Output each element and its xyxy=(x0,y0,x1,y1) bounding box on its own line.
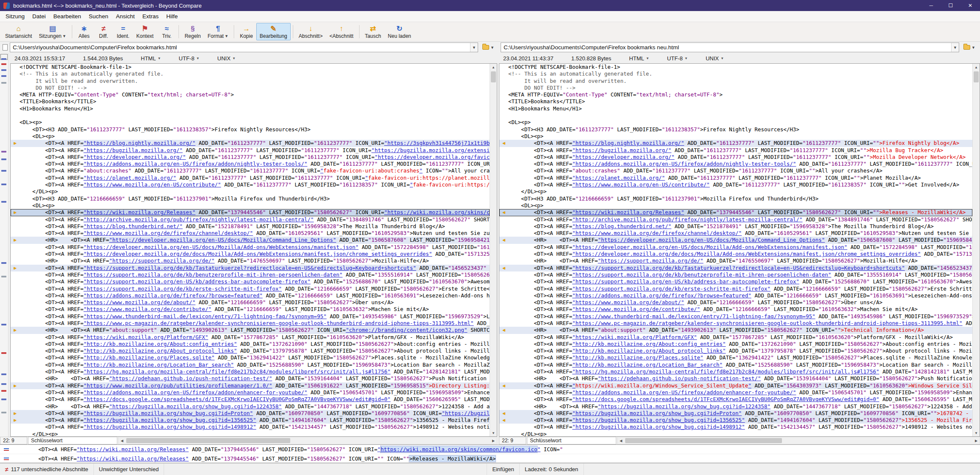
copy-section-left-icon[interactable]: ◀ xyxy=(499,327,508,334)
code-line[interactable]: <DL><p> xyxy=(499,119,972,126)
overview-diff-mark[interactable] xyxy=(1,276,6,277)
reload-button[interactable]: ↻Neu laden xyxy=(385,23,415,40)
code-line[interactable]: <DT><A HREF="https://support.mozilla.org… xyxy=(11,278,490,285)
code-line[interactable]: <DL><p> xyxy=(499,133,972,140)
scrollbar-thumb[interactable] xyxy=(625,438,782,443)
code-line[interactable]: <DT><A HREF="http://kb.mozillazine.org/A… xyxy=(11,341,490,348)
menu-datei[interactable]: Datei xyxy=(28,11,50,21)
copy-section-right-icon[interactable]: ▶ xyxy=(11,382,20,389)
code-line[interactable]: </DL><p> xyxy=(11,431,490,436)
code-line[interactable]: <DT><A HREF="https://www.mozilla.org/de/… xyxy=(499,306,972,313)
overview-diff-mark[interactable] xyxy=(1,412,6,413)
code-line[interactable]: <DT><A HREF="about:crashes" ADD_DATE="16… xyxy=(499,167,972,174)
code-line[interactable]: <DT><A HREF="https://developer.mozilla.o… xyxy=(499,154,972,161)
format-dropdown[interactable]: HTML▼ xyxy=(629,55,649,62)
menu-extras[interactable]: Extras xyxy=(139,11,162,21)
menu-sitzung[interactable]: Sitzung xyxy=(2,11,28,21)
copy-section-left-icon[interactable]: ◀ xyxy=(499,410,508,417)
code-line[interactable]: </DL><p> xyxy=(499,188,972,195)
code-line[interactable]: <!-- This is an automatically generated … xyxy=(11,71,490,77)
overview-diff-mark[interactable] xyxy=(1,158,6,160)
overview-diff-mark[interactable] xyxy=(1,58,6,60)
code-line[interactable]: <DT><A HREF="http://kb.mozillazine.org/P… xyxy=(499,354,972,361)
chevron-down-icon[interactable]: ▼ xyxy=(951,43,959,52)
right-vertical-scrollbar[interactable]: ▲ ▼ xyxy=(972,64,980,436)
code-line[interactable]: ◀ <HR> <DT><A HREF="about:support" ADD_D… xyxy=(499,327,972,334)
code-line[interactable]: <HR> <DT><A HREF="https://support.mozill… xyxy=(11,257,490,264)
code-line[interactable]: <DT><A HREF="https://bugzilla.mozilla.or… xyxy=(11,424,490,430)
code-line[interactable]: <DT><A HREF="https://www.mozilla.org/de/… xyxy=(11,299,490,306)
code-line[interactable]: <DT><H3 ADD_DATE="1611237777" LAST_MODIF… xyxy=(11,126,490,133)
code-line[interactable]: <DT><A HREF="https://developer.mozilla.o… xyxy=(499,244,972,251)
overview-diff-mark[interactable] xyxy=(1,262,6,264)
line-endings-dropdown[interactable]: UNIX▼ xyxy=(705,55,724,62)
rules-button[interactable]: §Regeln xyxy=(181,23,204,40)
code-line[interactable]: <!DOCTYPE NETSCAPE-Bookmark-file-1> xyxy=(11,64,490,71)
scrollbar-track[interactable] xyxy=(125,437,490,444)
code-line[interactable]: <DT><A HREF="https://www.thunderbird-mai… xyxy=(11,313,490,320)
overview-diff-mark[interactable] xyxy=(1,75,6,77)
prev-section-button[interactable]: ↑<Abschnitt xyxy=(326,23,357,40)
scroll-left-icon[interactable]: ◀ xyxy=(617,437,624,444)
copy-section-right-icon[interactable]: ▶ xyxy=(11,237,20,243)
code-line[interactable]: <DT><A HREF="http://kb.mozillazine.org/A… xyxy=(499,348,972,354)
copy-section-left-icon[interactable]: ◀ xyxy=(499,382,508,389)
overview-diff-mark[interactable] xyxy=(1,399,6,400)
maximize-button[interactable]: ☐ xyxy=(941,0,960,11)
format-dropdown[interactable]: HTML▼ xyxy=(141,55,161,62)
code-line[interactable]: <DT><A HREF="https://docs.google.com/spr… xyxy=(11,396,490,403)
code-line[interactable]: DO NOT EDIT! --> xyxy=(11,85,490,91)
code-line[interactable]: <DT><A HREF="https://support.mozilla.org… xyxy=(499,271,972,278)
code-line[interactable]: <DT><A HREF="https://blog.thunderbird.ne… xyxy=(499,223,972,230)
overview-diff-mark[interactable] xyxy=(1,373,6,375)
overview-diff-mark[interactable] xyxy=(1,69,6,71)
code-line[interactable] xyxy=(499,112,972,119)
code-line[interactable]: ▶ <HR> <DT><A HREF="https://developer.mo… xyxy=(11,237,490,243)
code-line[interactable]: <DT><A HREF="https://www.mozilla.org/en-… xyxy=(11,181,490,188)
scroll-right-icon[interactable]: ▶ xyxy=(973,437,980,444)
code-line[interactable] xyxy=(11,112,490,119)
code-line[interactable]: ◀ <DT><A HREF="https://support.mozilla.o… xyxy=(499,265,972,271)
copy-button[interactable]: →Kopie xyxy=(236,23,256,40)
chevron-down-icon[interactable]: ▼ xyxy=(470,43,478,52)
code-line[interactable]: ▶ <DT><A HREF="https://bugzilla.mozilla.… xyxy=(11,417,490,424)
overview-diff-mark[interactable] xyxy=(1,82,6,84)
code-line[interactable]: ◀ <DT><A HREF="https://blog.nightly.mozi… xyxy=(499,140,972,147)
code-line[interactable]: <HR> <DT><A HREF="https://pdehaan.github… xyxy=(499,375,972,382)
code-line[interactable]: <DT><H3 ADD_DATE="1611237777" LAST_MODIF… xyxy=(499,126,972,133)
code-line[interactable]: <DT><A HREF="http://kb.mozillazine.org/L… xyxy=(499,362,972,368)
code-line[interactable]: <DT><A HREF="http://archive.mozilla.org/… xyxy=(499,216,972,223)
code-line[interactable]: <DT><A HREF="about:crashes" ADD_DATE="16… xyxy=(11,167,490,174)
copy-section-right-icon[interactable]: ▶ xyxy=(11,265,20,271)
scrollbar-track[interactable] xyxy=(624,437,973,444)
sessions-button[interactable]: ▤Sitzungen▼ xyxy=(35,23,69,40)
menu-suchen[interactable]: Suchen xyxy=(85,11,112,21)
filter-diff-button[interactable]: ≠Diff. xyxy=(94,23,113,40)
code-line[interactable]: </DL><p> xyxy=(499,431,972,436)
code-line[interactable]: <DT><A HREF="https://blog.thunderbird.ne… xyxy=(11,223,490,230)
code-line[interactable]: <DT><H3 ADD_DATE="1216666659" LAST_MODIF… xyxy=(499,195,972,202)
overview-diff-mark[interactable] xyxy=(1,170,6,172)
code-line[interactable]: <DT><A HREF="https://www.mozilla.org/en-… xyxy=(499,181,972,188)
code-line[interactable]: <DT><A HREF="https://www.pc-magazin.de/r… xyxy=(499,320,972,327)
filter-trivial-button[interactable]: ≈Triv. xyxy=(157,23,176,40)
scroll-up-icon[interactable]: ▲ xyxy=(973,64,980,71)
code-line[interactable]: <DT><A HREF="https://addons.mozilla.org/… xyxy=(11,389,490,396)
code-line[interactable]: ▶ <DT><A HREF="https://bugzilla.mozilla.… xyxy=(11,410,490,417)
code-line[interactable]: <HR> <DT><A HREF="https://bugzilla.mozil… xyxy=(499,403,972,410)
left-vertical-scrollbar[interactable]: ▲ ▼ xyxy=(490,64,497,436)
code-line[interactable]: <DL><p> xyxy=(11,133,490,140)
code-line[interactable]: <DT><A HREF="https://www.mozilla.org/de/… xyxy=(499,299,972,306)
code-line[interactable]: <DT><A HREF="https://wiki.mozilla.org/Pl… xyxy=(11,334,490,341)
right-browse-folder-button[interactable]: ▼ xyxy=(961,44,977,51)
code-line[interactable]: <DT><A HREF="https://hg.mozilla.org/mozi… xyxy=(11,368,490,375)
code-line[interactable]: <HR> <DT><A HREF="https://bugzilla.mozil… xyxy=(11,403,490,410)
copy-section-left-icon[interactable]: ◀ xyxy=(499,140,508,147)
code-line[interactable]: <DT><A HREF="https://www.mozilla.org/de/… xyxy=(499,230,972,237)
scrollbar-track[interactable] xyxy=(490,71,497,430)
code-line[interactable]: <TITLE>Bookmarks</TITLE> xyxy=(11,98,490,105)
scroll-right-icon[interactable]: ▶ xyxy=(490,437,497,444)
left-path-combo[interactable]: C:\Users\riyousha\Documents\Computer\Fir… xyxy=(10,42,478,52)
code-line[interactable]: <DT><A HREF="https://support.mozilla.org… xyxy=(11,286,490,292)
code-line[interactable]: <DT><A HREF="https://developer.mozilla.o… xyxy=(11,251,490,257)
